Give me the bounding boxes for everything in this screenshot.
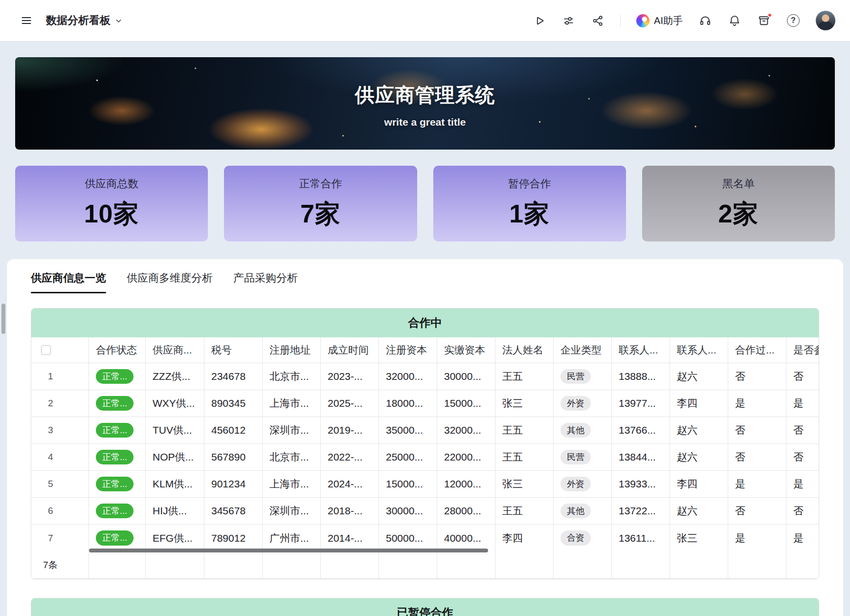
table-cell[interactable]: 2025-... [321, 390, 379, 417]
headset-support-icon[interactable] [698, 14, 712, 27]
table-cell[interactable]: 李四 [495, 525, 554, 551]
status-cell[interactable]: 正常... [89, 471, 146, 497]
table-cell[interactable]: 2018-... [321, 498, 379, 524]
table-cell[interactable]: 否 [728, 417, 786, 443]
table-cell[interactable]: 2019-... [321, 417, 379, 443]
company-type-cell[interactable]: 民营 [554, 444, 612, 470]
company-type-cell[interactable]: 合资 [554, 525, 612, 551]
table-cell[interactable]: 否 [728, 444, 786, 470]
table-cell[interactable]: 否 [728, 498, 786, 524]
table-cell[interactable]: 50000... [379, 525, 437, 551]
table-cell[interactable]: 深圳市... [263, 498, 321, 524]
table-cell[interactable]: 是 [728, 525, 786, 551]
table-cell[interactable]: 25000... [379, 444, 437, 470]
table-cell[interactable]: EFG供... [146, 525, 204, 551]
company-type-cell[interactable]: 其他 [554, 417, 612, 443]
table-cell[interactable]: 13933... [612, 471, 670, 497]
table-cell[interactable]: 赵六 [670, 363, 728, 390]
table-cell[interactable]: ZZZ供... [146, 363, 204, 390]
table-cell[interactable]: KLM供... [146, 471, 204, 497]
table-cell[interactable]: 35000... [379, 417, 437, 443]
column-header[interactable]: 法人姓名 [495, 337, 554, 363]
table-cell[interactable]: 13611... [612, 525, 670, 551]
column-header[interactable]: 企业类型 [554, 337, 612, 363]
table-cell[interactable]: 上海市... [263, 471, 321, 497]
table-cell[interactable]: 张三 [495, 390, 554, 417]
status-cell[interactable]: 正常... [89, 390, 146, 417]
table-cell[interactable]: 13977... [612, 390, 670, 417]
settings-sliders-icon[interactable] [561, 14, 575, 27]
table-cell[interactable]: 2024-... [321, 471, 379, 497]
company-type-cell[interactable]: 外资 [554, 390, 612, 417]
table-cell[interactable]: 赵六 [670, 417, 728, 443]
table-cell[interactable]: 赵六 [670, 498, 728, 524]
table-cell[interactable]: 深圳市... [263, 417, 321, 443]
table-cell[interactable]: 890345 [204, 390, 263, 417]
column-header[interactable]: 联系人... [670, 337, 728, 363]
table-cell[interactable]: 13766... [612, 417, 670, 443]
table-cell[interactable]: 12000... [437, 471, 495, 497]
table-cell[interactable]: 15000... [437, 390, 495, 417]
page-scrollbar[interactable] [1, 304, 5, 334]
column-header[interactable]: 合作状态 [89, 337, 146, 363]
table-cell[interactable]: 北京市... [263, 363, 321, 390]
company-type-cell[interactable]: 民营 [554, 363, 612, 390]
table-cell[interactable]: 18000... [379, 390, 437, 417]
table-cell[interactable]: 2014-... [321, 525, 379, 551]
column-header[interactable]: 联系人... [612, 337, 670, 363]
column-header[interactable]: 合作过... [728, 337, 786, 363]
table-cell[interactable]: 王五 [495, 363, 554, 390]
table-cell[interactable]: 13844... [612, 444, 670, 470]
table-cell[interactable]: 广州市... [263, 525, 321, 551]
table-cell[interactable]: 王五 [495, 498, 554, 524]
table-cell[interactable]: 13888... [612, 363, 670, 390]
share-icon[interactable] [591, 14, 604, 27]
status-cell[interactable]: 正常... [89, 417, 146, 443]
column-header[interactable]: 供应商... [146, 337, 204, 363]
tab-1[interactable]: 供应商信息一览 [31, 271, 106, 293]
table-cell[interactable]: 否 [786, 417, 819, 443]
table-cell[interactable]: 张三 [495, 471, 554, 497]
table-cell[interactable]: 30000... [379, 498, 437, 524]
table-cell[interactable]: 2022-... [321, 444, 379, 470]
table-cell[interactable]: 789012 [204, 525, 263, 551]
column-header[interactable]: 注册地址 [263, 337, 321, 363]
status-cell[interactable]: 正常... [89, 525, 146, 551]
notifications-bell-icon[interactable] [728, 14, 741, 27]
stat-card-4[interactable]: 黑名单2家 [642, 166, 835, 242]
column-header[interactable]: 税号 [204, 337, 263, 363]
status-cell[interactable]: 正常... [89, 363, 146, 390]
table-cell[interactable]: 567890 [204, 444, 263, 470]
table-cell[interactable]: 否 [786, 498, 819, 524]
company-type-cell[interactable]: 外资 [554, 471, 612, 497]
table-cell[interactable]: 否 [728, 363, 786, 390]
table-cell[interactable]: 2023-... [321, 363, 379, 390]
column-header[interactable]: 实缴资本 [437, 337, 495, 363]
table-cell[interactable]: NOP供... [146, 444, 204, 470]
table-cell[interactable]: 345678 [204, 498, 263, 524]
table-cell[interactable]: 否 [786, 444, 819, 470]
table-cell[interactable]: 上海市... [263, 390, 321, 417]
table-cell[interactable]: 13722... [612, 498, 670, 524]
select-all-checkbox[interactable] [41, 345, 51, 355]
status-cell[interactable]: 正常... [89, 444, 146, 470]
table-cell[interactable]: 40000... [437, 525, 495, 551]
table-cell[interactable]: 是 [728, 390, 786, 417]
table-cell[interactable]: 15000... [379, 471, 437, 497]
table-cell[interactable]: 234678 [204, 363, 263, 390]
table-cell[interactable]: 张三 [670, 525, 728, 551]
table-cell[interactable]: 李四 [670, 471, 728, 497]
table-cell[interactable]: 是 [786, 525, 819, 551]
table-cell[interactable]: 32000... [437, 417, 495, 443]
horizontal-scrollbar[interactable] [89, 549, 488, 552]
dashboard-title-dropdown[interactable]: 数据分析看板 [46, 13, 123, 28]
table-cell[interactable]: 是 [786, 471, 819, 497]
table-cell[interactable]: 是 [728, 471, 786, 497]
table-cell[interactable]: 北京市... [263, 444, 321, 470]
hamburger-menu-icon[interactable] [20, 14, 33, 27]
stat-card-2[interactable]: 正常合作7家 [224, 166, 417, 242]
table-cell[interactable]: 赵六 [670, 444, 728, 470]
column-header[interactable]: 注册资本 [379, 337, 437, 363]
table-cell[interactable]: WXY供... [146, 390, 204, 417]
table-cell[interactable]: 22000... [437, 444, 495, 470]
